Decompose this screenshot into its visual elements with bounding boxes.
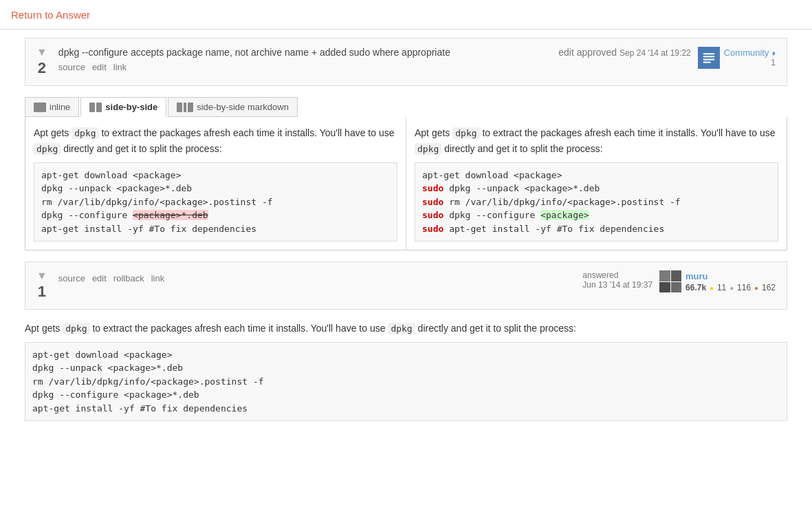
community-name-row: Community ♦ (724, 47, 776, 58)
svg-rect-1 (703, 56, 714, 57)
gold-badge-count: 11 (717, 283, 726, 292)
sudo-1: sudo (422, 183, 443, 193)
muru-avatar (659, 270, 681, 292)
diff-right-pane: Apt gets dpkg to extract the packages af… (406, 117, 787, 250)
sudo-4: sudo (422, 224, 443, 234)
diff-right-prose: Apt gets dpkg to extract the packages af… (415, 125, 778, 157)
muru-user-info: muru 66.7k ● 11 ● 116 ● 162 (685, 270, 776, 292)
bronze-badge-icon: ● (754, 284, 758, 292)
edit-link-link[interactable]: link (113, 62, 127, 72)
muru-name-link[interactable]: muru (685, 271, 708, 281)
answer-code-block: apt-get download <package> dpkg --unpack… (25, 342, 787, 422)
diff-left-code-inline-2: dpkg (34, 143, 61, 155)
diff-left-pane: Apt gets dpkg to extract the packages af… (25, 117, 406, 250)
tab-sidebyside-label: side-by-side (105, 102, 157, 112)
answer-vote-count: 1 (38, 283, 46, 301)
sudo-2: sudo (422, 197, 443, 207)
community-name: Community (724, 47, 769, 58)
edit-approved-label: edit approved (558, 47, 617, 58)
answer-edit-link[interactable]: edit (92, 273, 107, 283)
inline-icon (34, 103, 46, 112)
svg-rect-0 (703, 53, 714, 54)
tab-side-by-side-markdown[interactable]: side-by-side markdown (168, 97, 298, 117)
edit-user-info: Community ♦ 1 (724, 47, 776, 67)
answer-inline-code-2: dpkg (388, 323, 415, 334)
answer-vote-down-arrow[interactable]: ▼ (36, 270, 47, 281)
edit-user-block: Community ♦ 1 (698, 47, 776, 69)
community-avatar (698, 47, 720, 69)
silver-badge-icon: ● (729, 284, 734, 292)
edit-source-link[interactable]: source (58, 62, 85, 72)
answer-rollback-link[interactable]: rollback (113, 273, 144, 283)
diff-left-code-block: apt-get download <package> dpkg --unpack… (34, 162, 397, 242)
tab-inline-label: inline (50, 102, 70, 112)
diff-add-highlight: <package> (540, 210, 589, 220)
community-rep: 1 (724, 58, 776, 67)
diff-left-prose: Apt gets dpkg to extract the packages af… (34, 125, 397, 157)
silver-badge-count: 116 (737, 283, 751, 292)
tab-inline[interactable]: inline (25, 97, 79, 117)
edit-block: ▼ 2 dpkg --configure accepts package nam… (25, 38, 787, 86)
muru-rep-row: 66.7k ● 11 ● 116 ● 162 (685, 281, 776, 292)
edit-date: Sep 24 '14 at 19:22 (619, 48, 691, 58)
return-to-answer-link[interactable]: Return to Answer (11, 9, 90, 21)
edit-title: dpkg --configure accepts package name, n… (58, 47, 450, 58)
diff-right-code-inline-2: dpkg (415, 143, 441, 155)
answered-date: Jun 13 '14 at 19:37 (582, 280, 652, 290)
sudo-3: sudo (422, 210, 443, 220)
markdown-icon (177, 103, 193, 112)
diff-area: Apt gets dpkg to extract the packages af… (25, 117, 787, 250)
edit-block-left: ▼ 2 dpkg --configure accepts package nam… (36, 47, 450, 77)
answer-body: Apt gets dpkg to extract the packages af… (25, 321, 787, 421)
answer-date-block: answered Jun 13 '14 at 19:37 (582, 270, 652, 290)
edit-vote-count: 2 (38, 59, 46, 77)
vote-down-arrow[interactable]: ▼ (36, 47, 47, 58)
edit-meta: edit approved Sep 24 '14 at 19:22 Commun… (558, 47, 776, 69)
mosaic-4 (671, 282, 682, 293)
svg-rect-3 (703, 62, 710, 63)
answer-source-link[interactable]: source (58, 273, 85, 283)
answered-label: answered (582, 270, 652, 280)
svg-rect-2 (703, 58, 714, 60)
gold-badge-icon: ● (710, 284, 714, 292)
answer-block: ▼ 1 source edit rollback link answered J… (25, 261, 787, 310)
edit-edit-link[interactable]: edit (92, 62, 107, 72)
diff-left-code-inline-1: dpkg (72, 127, 98, 139)
diff-tabs: inline side-by-side side-by-side markdow… (25, 94, 787, 117)
answer-meta: answered Jun 13 '14 at 19:37 muru 66.7k … (582, 270, 776, 292)
muru-rep: 66.7k (685, 283, 706, 292)
answer-body-prose: Apt gets dpkg to extract the packages af… (25, 321, 787, 336)
answer-inline-code-1: dpkg (63, 323, 89, 334)
bronze-badge-count: 162 (762, 283, 776, 292)
answer-user-block: muru 66.7k ● 11 ● 116 ● 162 (659, 270, 776, 292)
sidebyside-icon (89, 103, 102, 112)
vote-score: ▼ 2 (36, 47, 47, 77)
answer-left: ▼ 1 source edit rollback link (36, 270, 582, 301)
edit-actions: source edit link (58, 62, 450, 72)
diff-del-highlight: <package>*.deb (133, 210, 208, 220)
edit-content: dpkg --configure accepts package name, n… (58, 47, 450, 72)
answer-link-link[interactable]: link (151, 273, 165, 283)
tab-side-by-side[interactable]: side-by-side (80, 97, 166, 117)
return-bar: Return to Answer (0, 0, 812, 30)
answer-actions: source edit rollback link (58, 273, 164, 283)
diff-right-code-inline-1: dpkg (452, 127, 479, 139)
tab-markdown-label: side-by-side markdown (197, 102, 289, 112)
answer-vote-score: ▼ 1 (36, 270, 47, 301)
mosaic-2 (671, 270, 682, 281)
mosaic-1 (659, 270, 670, 281)
community-diamond: ♦ (771, 49, 776, 57)
edit-status-block: edit approved Sep 24 '14 at 19:22 (558, 47, 690, 58)
mosaic-3 (659, 282, 670, 293)
diff-right-code-block: apt-get download <package> sudo dpkg --u… (415, 162, 778, 242)
